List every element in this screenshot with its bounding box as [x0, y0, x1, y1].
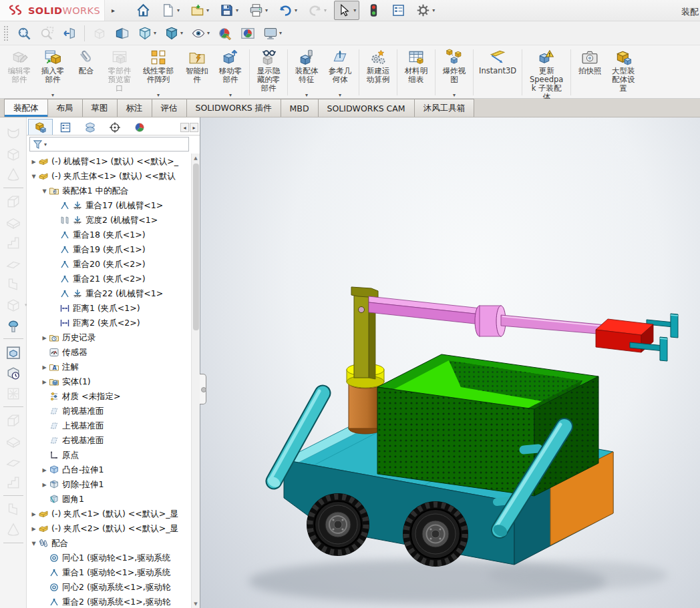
instant3d-button[interactable]: Instant3D [476, 47, 520, 98]
tree-item[interactable]: ▶ (-) 夹爪<2> (默认) <<默认>_显 [27, 521, 200, 536]
tab-mufeng-toolbox[interactable]: 沐风工具箱 [414, 99, 475, 117]
left-tool-button[interactable] [5, 125, 22, 142]
boom-arm[interactable] [369, 296, 613, 336]
tree-item[interactable]: ▼ (-) 夹爪主体<1> (默认) <<默认 [27, 169, 200, 184]
left-tool-button[interactable] [5, 453, 22, 471]
exploded-view-button[interactable]: 爆炸视图 ▾ [437, 47, 471, 98]
tree-item[interactable]: ▶ 实体(1) [27, 374, 200, 389]
dropdown-caret-icon[interactable]: ▾ [51, 92, 54, 98]
tree-expander[interactable]: ▼ [40, 188, 49, 194]
save-button[interactable]: ▾ [216, 1, 242, 20]
tree-scrollbar[interactable]: ▲ ▼ [191, 154, 200, 608]
scrollbar-thumb[interactable] [193, 164, 199, 330]
redo-button[interactable]: ▾ [305, 1, 330, 20]
linear-component-pattern-button[interactable]: 线性零部件阵列 ▾ [136, 47, 180, 98]
tree-item[interactable]: 圆角1 [27, 492, 200, 507]
menu-expand-arrow[interactable]: ▸ [105, 7, 122, 14]
zoom-to-fit-button[interactable] [613, 101, 627, 115]
tab-mbd[interactable]: MBD [281, 99, 319, 117]
left-tool-button[interactable] [5, 385, 22, 402]
tree-expander[interactable]: ▶ [40, 467, 49, 473]
tree-item[interactable]: 前视基准面 [27, 404, 200, 418]
front-left-wheel[interactable] [307, 493, 369, 556]
tree-expander[interactable]: ▶ [29, 526, 38, 532]
left-tool-button[interactable] [5, 145, 22, 163]
tree-item[interactable]: 距离2 (夹爪<2>) [27, 316, 200, 330]
dropdown-caret-icon[interactable]: ▾ [177, 7, 180, 13]
dropdown-caret-icon[interactable]: ▾ [339, 92, 341, 98]
tree-item[interactable]: ▶ 凸台-拉伸1 [27, 463, 200, 477]
filter-input[interactable] [47, 137, 186, 151]
cart-assembly-model[interactable] [200, 117, 700, 608]
scroll-down-arrow-icon[interactable]: ▼ [192, 599, 200, 608]
tree-expander[interactable]: ▶ [40, 364, 49, 370]
zoom-to-area-button[interactable] [37, 25, 56, 42]
dropdown-caret-icon[interactable]: ▾ [265, 7, 268, 13]
tree-item[interactable]: 传感器 [27, 345, 200, 360]
rebuild-button[interactable] [363, 1, 384, 20]
tab-solidworks-cam[interactable]: SOLIDWORKS CAM [318, 99, 415, 117]
bill-of-materials-button[interactable]: 材料明细表 [399, 47, 433, 98]
update-speedpak-button[interactable]: 更新 Speedpak 子装配体 [524, 47, 568, 98]
open-button[interactable]: ▾ [187, 1, 212, 20]
new-motion-study-button[interactable]: 新建运动算例 [361, 47, 395, 98]
tree-expander[interactable]: ▶ [40, 335, 49, 341]
tree-item[interactable]: 重合1 (驱动轮<1>,驱动系统 [27, 565, 200, 580]
left-tool-button[interactable] [5, 432, 22, 450]
left-tool-button[interactable] [5, 412, 22, 429]
zoom-to-area-button[interactable] [633, 101, 647, 115]
3d-viewport[interactable] [200, 117, 700, 608]
featuremanager-tab[interactable] [28, 119, 53, 135]
left-tool-button[interactable]: ▾ [5, 296, 22, 314]
dropdown-caret-icon[interactable]: ▾ [229, 92, 232, 98]
dimxpertmanager-tab[interactable] [102, 119, 127, 135]
tree-item[interactable]: 右视基准面 [27, 433, 200, 448]
zoom-to-fit-button[interactable] [15, 25, 33, 42]
home-button[interactable] [133, 1, 154, 20]
previous-view-button[interactable] [60, 25, 79, 42]
mate-button[interactable]: 配合 [69, 47, 103, 98]
left-tool-button[interactable] [5, 344, 22, 361]
reference-geometry-button[interactable]: 参考几何体 ▾ [323, 47, 357, 98]
edit-appearance-button[interactable] [693, 101, 700, 115]
panel-tab-scroll-left[interactable]: ◂ [180, 123, 189, 132]
dropdown-caret-icon[interactable]: ▾ [180, 30, 183, 36]
tree-expander[interactable]: ▶ [40, 482, 49, 488]
tree-item[interactable]: 重合20 (夹爪<2>) [27, 257, 200, 272]
display-style-button[interactable]: ▾ [162, 25, 185, 42]
dropdown-caret-icon[interactable]: ▾ [206, 7, 209, 13]
new-document-button[interactable]: ▾ [158, 1, 183, 20]
tab-sketch[interactable]: 草图 [82, 99, 118, 117]
undo-button[interactable]: ▾ [275, 1, 301, 20]
tree-item[interactable]: 同心1 (驱动轮<1>,驱动系统 [27, 551, 200, 565]
left-tool-button[interactable] [5, 317, 22, 334]
tree-expander[interactable]: ▶ [29, 511, 38, 517]
insert-components-button[interactable]: 插入零部件 ▾ [36, 47, 69, 98]
tab-solidworks-addins[interactable]: SOLIDWORKS 插件 [186, 99, 281, 117]
scroll-up-arrow-icon[interactable]: ▲ [192, 154, 200, 162]
dropdown-caret-icon[interactable]: ▾ [305, 92, 308, 98]
tree-item[interactable]: ▼ 装配体1 中的配合 [27, 184, 200, 198]
smart-fasteners-button[interactable]: 智能扣件 [180, 47, 214, 98]
left-tool-button[interactable] [5, 193, 22, 210]
take-snapshot-button[interactable]: 拍快照 [573, 47, 606, 98]
dropdown-caret-icon[interactable]: ▾ [353, 7, 356, 13]
tree-item[interactable]: 原点 [27, 448, 200, 463]
displaymanager-tab[interactable] [127, 119, 152, 135]
hide-show-items-button[interactable]: ▾ [189, 25, 212, 42]
left-tool-button[interactable] [5, 214, 22, 231]
left-tool-button[interactable] [5, 364, 22, 382]
view-orientation-button[interactable]: ▾ [136, 25, 158, 42]
tree-item[interactable]: 同心2 (驱动系统<1>,驱动轮 [27, 580, 200, 595]
dropdown-caret-icon[interactable]: ▾ [279, 30, 282, 36]
tree-item[interactable]: ▶ 切除-拉伸1 [27, 477, 200, 492]
tree-item[interactable]: 距离1 (夹爪<1>) [27, 301, 200, 316]
dropdown-caret-icon[interactable]: ▾ [453, 92, 456, 98]
section-view-button[interactable] [113, 25, 132, 42]
left-tool-button[interactable] [5, 521, 22, 539]
edit-component-button[interactable]: 编辑零部件 [3, 47, 36, 98]
tree-expander[interactable]: ▶ [40, 379, 49, 385]
dropdown-caret-icon[interactable]: ▾ [207, 30, 210, 36]
panel-splitter-handle[interactable] [200, 374, 206, 404]
dropdown-caret-icon[interactable]: ▾ [157, 92, 160, 98]
